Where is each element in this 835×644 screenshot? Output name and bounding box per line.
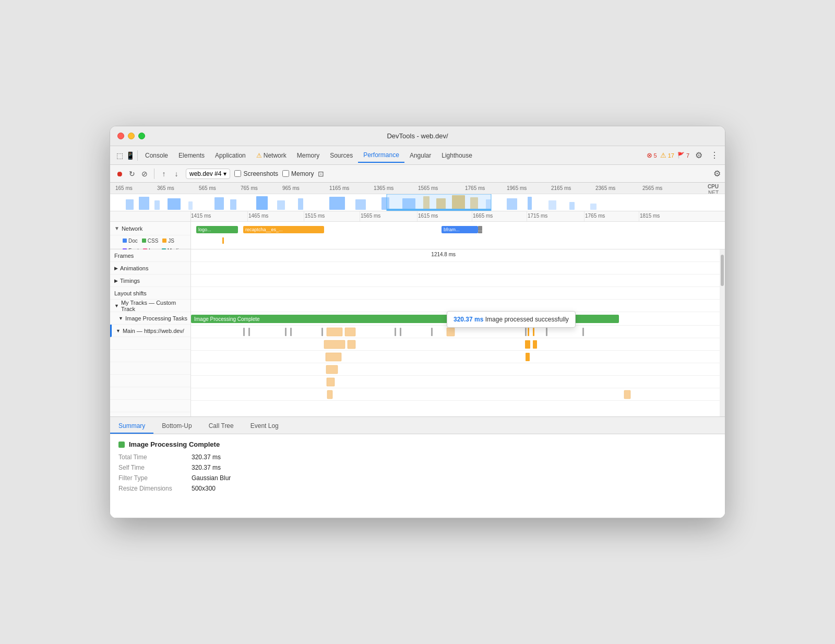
svg-rect-40 [546,328,547,336]
frames-label[interactable]: Frames [110,249,190,262]
svg-rect-20 [528,197,532,210]
network-item-recaptcha[interactable]: recaptcha__es_... [243,226,324,233]
custom-track-row [191,300,725,312]
tooltip-message-text: Image processed successfully [485,316,569,323]
tab-lighthouse[interactable]: Lighthouse [436,149,478,162]
flame-tracks: 1214.8 ms Image Processing Complete 320.… [191,249,725,416]
network-item-logo[interactable]: logo... [196,226,238,233]
timings-label[interactable]: ▶ Timings [110,275,190,287]
svg-rect-42 [324,340,345,349]
close-button[interactable] [117,133,124,139]
tab-performance[interactable]: Performance [358,148,404,163]
svg-rect-47 [526,353,530,361]
more-icon[interactable]: ⋮ [708,149,721,162]
svg-rect-19 [507,198,517,210]
network-tick [222,237,224,244]
download-button[interactable]: ↓ [171,169,182,179]
image-processing-track[interactable]: Image Processing Complete 320.37 ms Imag… [191,312,725,326]
tab-angular[interactable]: Angular [404,149,436,162]
main-toolbar: ⬚ 📱 Console Elements Application ⚠ Netwo… [110,146,725,165]
tab-bottomup[interactable]: Bottom-Up [153,419,200,434]
frames-value: 1214.8 ms [431,252,456,257]
inline-ruler-2: 1515 ms [305,213,325,219]
reload-record-button[interactable]: ↻ [127,169,137,179]
summary-color-box [118,442,125,448]
network-label-column: ▼ Network Doc CSS [110,222,191,249]
tab-calltree[interactable]: Call Tree [200,419,242,434]
svg-rect-0 [126,199,134,210]
tab-bar: ⬚ 📱 Console Elements Application ⚠ Netwo… [114,148,646,163]
clear-button[interactable]: ⊘ [139,169,150,179]
legend-doc-dot [123,238,127,243]
svg-rect-36 [447,328,455,336]
device-icon[interactable]: 📱 [125,150,135,161]
warning-count: ⚠ 17 [660,151,674,159]
image-processing-label[interactable]: ▼ Image Processing Tasks [110,312,190,325]
minimize-button[interactable] [128,133,135,139]
svg-rect-50 [327,390,332,399]
main-track-5 [191,376,725,388]
timeline-scrollbar[interactable] [720,249,725,416]
svg-rect-27 [248,328,250,336]
flame-labels: Frames ▶ Animations ▶ Timings Layout shi… [110,249,191,416]
main-track-3 [191,351,725,363]
tooltip-time: 320.37 ms [454,316,483,323]
bottom-tabs: Summary Bottom-Up Call Tree Event Log [110,416,725,434]
target-selector[interactable]: web.dev #4 ▾ [186,169,230,179]
settings-icon[interactable]: ⚙ [693,149,705,162]
ruler-label-9: 1965 ms [507,185,527,191]
inline-ruler-0: 1415 ms [191,213,211,219]
upload-button[interactable]: ↑ [159,169,169,179]
inline-ruler: 1415 ms 1465 ms 1515 ms 1565 ms 1615 ms … [110,211,725,222]
tab-console[interactable]: Console [140,149,173,162]
svg-rect-4 [188,201,193,210]
summary-row-resize: Resize Dimensions 500x300 [118,485,717,492]
svg-rect-49 [327,378,335,386]
inline-ruler-6: 1715 ms [528,213,547,219]
memory-checkbox[interactable]: Memory [282,170,314,177]
main-empty-1 [110,337,190,350]
titlebar: DevTools - web.dev/ [110,126,725,146]
record-controls: ⏺ ↻ ⊘ ↑ ↓ [114,169,182,179]
inline-ruler-4: 1615 ms [418,213,438,219]
main-track-2 [191,338,725,351]
layout-shifts-label[interactable]: Layout shifts [110,287,190,300]
ruler-label-7: 1565 ms [418,185,438,191]
svg-rect-30 [321,328,323,336]
record-button[interactable]: ⏺ [114,169,125,179]
tab-network[interactable]: ⚠ Network [251,149,292,162]
svg-rect-37 [525,328,527,336]
network-item-bfram[interactable]: bfram... [442,226,478,233]
ruler-label-4: 965 ms [282,185,300,191]
network-section: ▼ Network Doc CSS [110,222,725,249]
traffic-lights [117,133,145,139]
tab-elements[interactable]: Elements [173,149,210,162]
svg-rect-46 [326,353,341,361]
legend-css: CSS [142,238,159,244]
inspect-icon[interactable]: ⬚ [114,150,125,161]
tab-summary[interactable]: Summary [110,419,153,434]
tab-application[interactable]: Application [210,149,251,162]
camera-icon[interactable]: ⊡ [318,170,324,178]
network-row-label[interactable]: ▼ Network [110,222,190,235]
scrollbar-thumb[interactable] [721,255,724,286]
inline-ruler-1: 1465 ms [248,213,268,219]
tab-eventlog[interactable]: Event Log [242,419,287,434]
svg-rect-25 [387,209,491,211]
inline-ruler-7: 1765 ms [585,213,605,219]
timeline-overview[interactable]: 165 ms 365 ms 565 ms 765 ms 965 ms 1165 … [110,183,725,211]
cpu-label: CPU [708,184,719,189]
net-label: NET [708,190,719,194]
perf-settings-icon[interactable]: ⚙ [713,169,721,178]
info-count: 🚩 7 [677,152,689,159]
svg-rect-41 [582,328,584,336]
svg-rect-22 [569,202,575,210]
main-label[interactable]: ▼ Main — https://web.dev/ [110,325,190,337]
legend-js: JS [162,238,174,244]
maximize-button[interactable] [138,133,145,139]
custom-track-label[interactable]: ▼ My Tracks — Custom Track [110,300,190,312]
tab-memory[interactable]: Memory [292,149,325,162]
animations-label[interactable]: ▶ Animations [110,262,190,275]
tab-sources[interactable]: Sources [325,149,358,162]
screenshots-checkbox[interactable]: Screenshots [234,170,278,177]
